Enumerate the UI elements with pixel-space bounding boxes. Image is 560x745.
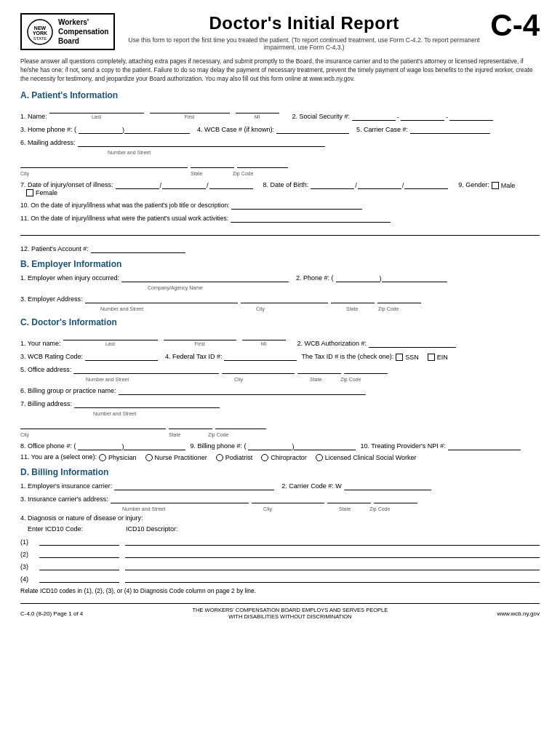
mailing-zip-field[interactable]	[237, 158, 288, 168]
icd-code-field-2[interactable]	[39, 548, 119, 558]
wcb-auth-field[interactable]	[369, 338, 456, 348]
mi-field[interactable]	[236, 103, 279, 113]
gender-female-group: Female	[26, 189, 57, 196]
insurance-street-field[interactable]	[111, 493, 249, 503]
ssn-field3[interactable]	[449, 111, 493, 121]
office-state-field[interactable]	[297, 364, 341, 374]
insurance-state-field[interactable]	[327, 493, 371, 503]
rating-field[interactable]	[85, 351, 158, 361]
ssn-field2[interactable]	[401, 111, 444, 121]
fed-tax-field[interactable]	[224, 351, 297, 361]
doctor-first-field[interactable]	[164, 330, 236, 340]
carrier-code-label: 2. Carrier Code #: W	[281, 482, 342, 490]
billing-city-field[interactable]	[20, 419, 166, 429]
billing-phone-field[interactable]	[294, 440, 356, 450]
podiatrist-radio[interactable]	[216, 454, 223, 461]
npi-field[interactable]	[448, 440, 521, 450]
insurance-row: 1. Employer's insurance carrier: 2. Carr…	[20, 480, 540, 490]
lcsw-radio[interactable]	[316, 454, 323, 461]
work-activities-field[interactable]	[231, 212, 391, 223]
insurance-zip-field[interactable]	[374, 493, 417, 503]
dob-yyyy-field[interactable]	[404, 179, 448, 189]
carrier-case-field[interactable]	[410, 124, 490, 134]
mailing-city-field[interactable]	[20, 158, 188, 168]
area-code-field[interactable]	[79, 124, 122, 134]
chiro-group: Chiropractor	[261, 454, 307, 461]
ssn-field1[interactable]	[352, 111, 396, 121]
job-title-field[interactable]	[231, 199, 362, 210]
dob-mm-field[interactable]	[311, 179, 354, 189]
section-d-title: D. Billing Information	[20, 467, 540, 477]
male-label: Male	[501, 182, 516, 189]
home-phone-field[interactable]	[124, 124, 190, 134]
mailing-state-field[interactable]	[191, 158, 234, 168]
ny-seal-icon: NEW YORK STATE	[26, 18, 54, 46]
icd-desc-field-3[interactable]	[125, 560, 540, 570]
employer-name-field[interactable]	[121, 272, 289, 282]
insurance-field[interactable]	[114, 480, 274, 490]
employer-phone-field[interactable]	[382, 272, 447, 282]
office-street-field[interactable]	[73, 364, 219, 374]
office-city-field[interactable]	[222, 364, 295, 374]
icd-code-field-3[interactable]	[39, 560, 119, 570]
footer-center-line2: WITH DISABILITIES WITHOUT DISCRIMINATION	[193, 613, 388, 620]
podiatrist-group: Podiatrist	[216, 454, 253, 461]
company-label: Company/Agency Name	[148, 285, 203, 290]
account-field[interactable]	[91, 243, 185, 253]
billing-group-field[interactable]	[119, 385, 366, 395]
icd-code-field-4[interactable]	[39, 573, 119, 583]
state-label-a: State	[191, 171, 230, 176]
female-checkbox[interactable]	[26, 189, 33, 196]
state-label-c: State	[310, 377, 337, 382]
npi-label: 10. Treating Provider's NPI #:	[360, 442, 445, 450]
billing-zip-field[interactable]	[215, 419, 266, 429]
office-area-field[interactable]	[78, 440, 121, 450]
insurance-addr-row: 3. Insurance carrier's address:	[20, 493, 540, 503]
doi-mm-field[interactable]	[116, 179, 159, 189]
icd10-desc-label: ICD10 Descriptor:	[126, 525, 178, 533]
employer-zip-field[interactable]	[377, 293, 421, 303]
ssn-label: 2. Social Security #:	[292, 113, 351, 120]
last-name-field[interactable]	[49, 103, 144, 113]
section-a: A. Patient's Information 1. Name: Last F…	[20, 90, 540, 253]
first-name-field[interactable]	[150, 103, 230, 113]
dob-dd-field[interactable]	[358, 179, 401, 189]
header: NEW YORK STATE Workers' Compensation Boa…	[20, 13, 540, 51]
icd-num-4: (4)	[20, 575, 36, 583]
mi-label: MI	[236, 114, 279, 119]
insurance-city-field[interactable]	[252, 493, 324, 503]
footer-website: www.wcb.ny.gov	[497, 610, 540, 617]
doi-dd-field[interactable]	[162, 179, 206, 189]
chiro-radio[interactable]	[261, 454, 268, 461]
office-zip-field[interactable]	[344, 364, 388, 374]
ein-checkbox[interactable]	[428, 354, 435, 361]
billing-area-field[interactable]	[248, 440, 292, 450]
employer-area-field[interactable]	[336, 272, 380, 282]
icd-desc-field-4[interactable]	[125, 573, 540, 583]
physician-radio[interactable]	[99, 454, 106, 461]
billing-state-field[interactable]	[169, 419, 212, 429]
employer-street-field[interactable]	[85, 293, 238, 303]
nurse-radio[interactable]	[145, 454, 153, 461]
ein-group: EIN	[428, 354, 448, 361]
billing-city-row	[20, 419, 540, 429]
employer-city-field[interactable]	[241, 293, 328, 303]
male-checkbox[interactable]	[492, 182, 499, 189]
ssn-checkbox[interactable]	[396, 354, 403, 361]
icd-desc-field-1[interactable]	[125, 535, 540, 546]
billing-street-field[interactable]	[74, 398, 220, 408]
doi-yyyy-field[interactable]	[209, 179, 253, 189]
mailing-street-field[interactable]	[78, 137, 325, 147]
icd-desc-field-2[interactable]	[125, 548, 540, 558]
wcb-case-field[interactable]	[276, 124, 349, 134]
icd-code-field-1[interactable]	[39, 535, 119, 546]
carrier-code-field[interactable]	[344, 480, 431, 490]
doctor-last-field[interactable]	[63, 330, 158, 340]
office-phone-field[interactable]	[124, 440, 185, 450]
doctor-mi-field[interactable]	[242, 330, 286, 340]
doctor-name-row: 1. Your name: Last First MI 2. WCB Autho…	[20, 330, 540, 348]
employer-state-field[interactable]	[331, 293, 375, 303]
first-label: First	[150, 114, 230, 119]
mailing-row: 6. Mailing address:	[20, 137, 540, 147]
mailing-city-sublabels: City State Zip Code	[20, 171, 540, 176]
